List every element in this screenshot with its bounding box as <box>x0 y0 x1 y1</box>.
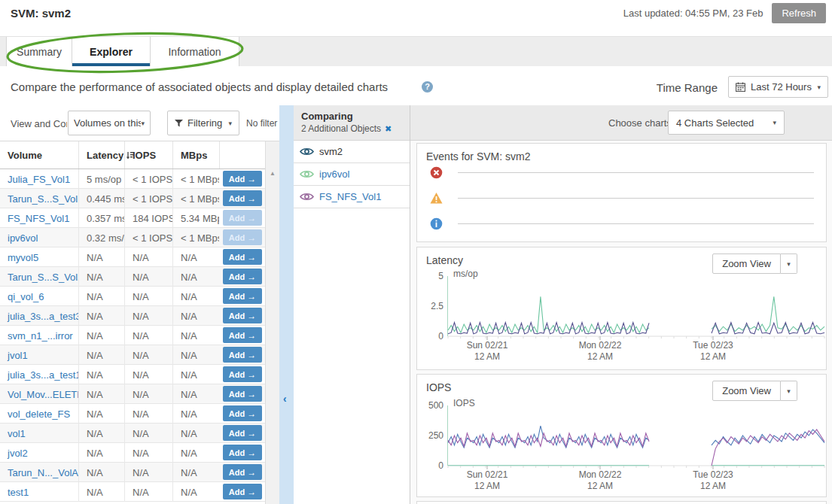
column-header-volume-label: Volume <box>8 150 42 161</box>
latency-cell: N/A <box>78 267 124 287</box>
volume-link[interactable]: Tarun_N..._VolA <box>8 467 78 478</box>
add-to-comparison-button[interactable]: Add→ <box>223 484 262 499</box>
iops-cell: < 1 IOPS <box>124 228 172 247</box>
mbps-cell: N/A <box>172 267 219 287</box>
filtering-dropdown[interactable]: Filtering ▾ <box>167 111 239 135</box>
latency-cell: 0.357 ms/o <box>78 208 124 228</box>
eye-icon <box>300 147 314 156</box>
volume-cell: julia_3s...a_test3 <box>0 306 78 326</box>
add-to-comparison-button: Add→ <box>223 229 262 245</box>
add-to-comparison-button[interactable]: Add→ <box>223 190 262 206</box>
arrow-right-icon: → <box>247 193 256 204</box>
view-selector-dropdown[interactable]: Volumes on this ▾ <box>68 111 151 135</box>
latency-cell: N/A <box>78 482 124 502</box>
error-icon <box>430 166 443 179</box>
arrow-right-icon: → <box>247 369 256 380</box>
add-to-comparison-button[interactable]: Add→ <box>223 445 262 460</box>
add-to-comparison-button[interactable]: Add→ <box>223 269 262 284</box>
volume-cell: myvol5 <box>0 247 78 267</box>
tab-information[interactable]: Information <box>151 37 239 66</box>
volume-link[interactable]: julia_3s...a_test3 <box>8 311 78 322</box>
add-to-comparison-button[interactable]: Add→ <box>223 249 262 265</box>
iops-cell: < 1 IOPS <box>124 189 172 208</box>
scroll-up-icon[interactable]: ▲ <box>266 170 279 177</box>
caret-down-icon: ▾ <box>228 120 232 127</box>
iops-cell: N/A <box>124 247 172 267</box>
iops-cell: N/A <box>124 463 172 482</box>
volume-link[interactable]: julia_3s...a_test1 <box>8 369 78 381</box>
panel-collapse-strip[interactable]: ‹ <box>279 105 294 504</box>
volume-link[interactable]: Tarun_S...S_Vol2 <box>8 272 78 283</box>
table-row: julia_3s...a_test3N/AN/AN/AAdd→ <box>0 306 265 326</box>
volume-link[interactable]: svm_n1_...irror <box>8 330 73 342</box>
page-title: SVM: svm2 <box>11 7 71 20</box>
add-button-label: Add <box>229 272 245 281</box>
y-axis-tick-label: 250 <box>413 430 443 441</box>
comparing-item[interactable]: FS_NFS_Vol1 <box>294 186 410 208</box>
latency-cell: N/A <box>78 384 124 404</box>
latency-cell: N/A <box>78 287 124 306</box>
y-axis-tick-label: 0 <box>413 460 443 471</box>
volume-link[interactable]: ipv6vol <box>8 232 38 244</box>
arrow-right-icon: → <box>247 330 256 341</box>
choose-charts-dropdown[interactable]: 4 Charts Selected ▾ <box>668 111 785 135</box>
x-tick-line1: Tue 02/23 <box>693 469 733 481</box>
time-range-dropdown[interactable]: Last 72 Hours ▾ <box>728 76 828 98</box>
collapse-left-icon[interactable]: ‹ <box>283 393 287 405</box>
table-scrollbar[interactable]: ▲ <box>265 141 279 504</box>
zoom-view-button[interactable]: Zoom View <box>712 254 781 274</box>
add-to-comparison-button[interactable]: Add→ <box>223 464 262 480</box>
add-to-comparison-button[interactable]: Add→ <box>223 425 262 441</box>
table-row: vol_delete_FSN/AN/AN/AAdd→ <box>0 404 265 424</box>
x-axis-tick-label: Sun 02/2112 AM <box>467 469 508 492</box>
volume-link[interactable]: vol_delete_FS <box>8 408 70 420</box>
add-button-label: Add <box>229 409 245 418</box>
zoom-view-caret-button[interactable]: ▾ <box>781 381 797 401</box>
volume-link[interactable]: qi_vol_6 <box>8 291 44 302</box>
add-to-comparison-button[interactable]: Add→ <box>223 386 262 402</box>
latency-plot: 52.50ms/opSun 02/2112 AMMon 02/2212 AMTu… <box>447 276 824 336</box>
volume-link[interactable]: Julia_FS_Vol1 <box>8 174 70 185</box>
column-header-iops[interactable]: IOPS <box>124 141 172 169</box>
add-to-comparison-button[interactable]: Add→ <box>223 366 262 382</box>
column-header-latency[interactable]: Latency <box>78 141 124 169</box>
refresh-button[interactable]: Refresh <box>772 3 826 23</box>
view-and-compare-label: View and Comp <box>11 118 67 129</box>
arrow-right-icon: → <box>247 487 256 497</box>
add-to-comparison-button[interactable]: Add→ <box>223 288 262 304</box>
iops-blue-series <box>448 426 649 448</box>
volume-link[interactable]: vol1 <box>8 428 26 439</box>
latency-cell: N/A <box>78 247 124 267</box>
add-button-label: Add <box>229 175 245 184</box>
volume-link[interactable]: jvol2 <box>8 448 28 459</box>
volume-link[interactable]: Tarun_S...S_Vol1 <box>8 193 78 205</box>
volume-link[interactable]: jvol1 <box>8 350 28 361</box>
column-header-volume[interactable]: Volume <box>0 141 78 169</box>
volume-link[interactable]: myvol5 <box>8 252 38 263</box>
volume-cell: svm_n1_...irror <box>0 326 78 345</box>
add-to-comparison-button[interactable]: Add→ <box>223 347 262 363</box>
help-icon[interactable]: ? <box>422 81 433 93</box>
zoom-view-button[interactable]: Zoom View <box>712 381 781 401</box>
comparing-list: svm2ipv6volFS_NFS_Vol1 <box>294 141 410 208</box>
arrow-right-icon: → <box>247 350 256 360</box>
tab-summary[interactable]: Summary <box>6 37 72 66</box>
comparing-item[interactable]: ipv6vol <box>294 163 410 186</box>
add-to-comparison-button[interactable]: Add→ <box>223 308 262 323</box>
zoom-view-caret-button[interactable]: ▾ <box>781 254 797 274</box>
table-row: FS_NFS_Vol10.357 ms/o184 IOPS5.34 MBpsAd… <box>0 208 265 228</box>
funnel-icon <box>175 120 183 127</box>
add-to-comparison-button[interactable]: Add→ <box>223 405 262 421</box>
tab-explorer[interactable]: Explorer <box>72 37 151 66</box>
volume-link[interactable]: test1 <box>8 487 29 498</box>
table-header-row: Volume Latency IOPS MBps <box>0 141 265 169</box>
volume-link[interactable]: Vol_Mov...ELETE <box>8 389 78 400</box>
comparing-item[interactable]: svm2 <box>294 141 410 163</box>
volume-link[interactable]: FS_NFS_Vol1 <box>8 213 69 224</box>
warning-icon <box>430 192 443 205</box>
add-to-comparison-button[interactable]: Add→ <box>223 171 262 187</box>
remove-all-objects-icon[interactable]: ✖ <box>385 124 392 134</box>
iops-cell: N/A <box>124 384 172 404</box>
column-header-mbps[interactable]: MBps <box>172 141 219 169</box>
add-to-comparison-button[interactable]: Add→ <box>223 327 262 343</box>
